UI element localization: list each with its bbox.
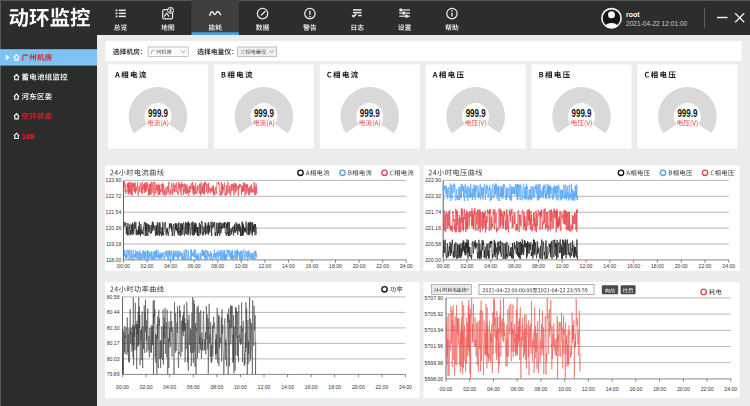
svg-text:04:00: 04:00 (164, 263, 177, 269)
svg-text:5701.96: 5701.96 (425, 343, 444, 349)
svg-text:18:00: 18:00 (328, 384, 341, 390)
svg-text:12:00: 12:00 (582, 386, 595, 392)
svg-text:5699.98: 5699.98 (425, 360, 444, 366)
svg-text:999.9: 999.9 (572, 108, 592, 119)
svg-text:14:00: 14:00 (281, 384, 294, 390)
svg-text:24:00: 24:00 (400, 263, 413, 269)
svg-text:04:00: 04:00 (163, 384, 176, 390)
svg-text:06:00: 06:00 (508, 263, 521, 269)
svg-text:12:00: 12:00 (580, 263, 593, 269)
svg-text:14:00: 14:00 (606, 386, 619, 392)
svg-text:08:00: 08:00 (534, 386, 547, 392)
svg-text:02:00: 02:00 (461, 263, 474, 269)
svg-text:10:00: 10:00 (235, 263, 248, 269)
svg-text:119.18: 119.18 (106, 241, 121, 247)
svg-text:5698.00: 5698.00 (425, 376, 444, 382)
svg-text:06:00: 06:00 (188, 263, 201, 269)
svg-text:08:00: 08:00 (211, 263, 224, 269)
svg-text:80.30: 80.30 (107, 325, 120, 331)
svg-text:16:00: 16:00 (305, 384, 318, 390)
svg-text:08:00: 08:00 (210, 384, 223, 390)
svg-text:999.9: 999.9 (466, 108, 486, 119)
svg-text:12:00: 12:00 (258, 263, 271, 269)
svg-text:10:00: 10:00 (234, 384, 247, 390)
svg-text:root: root (626, 11, 640, 18)
svg-text:04:00: 04:00 (484, 263, 497, 269)
svg-text:08:00: 08:00 (532, 263, 545, 269)
svg-text:12:00: 12:00 (258, 384, 271, 390)
svg-text:04:00: 04:00 (487, 386, 500, 392)
svg-text:999.9: 999.9 (360, 108, 380, 119)
svg-text:80.44: 80.44 (107, 309, 120, 315)
svg-text:121.54: 121.54 (106, 209, 122, 215)
svg-text:5707.90: 5707.90 (425, 295, 444, 301)
svg-text:16:00: 16:00 (629, 386, 642, 392)
svg-text:22:00: 22:00 (701, 386, 714, 392)
svg-text:02:00: 02:00 (140, 384, 153, 390)
svg-text:14:00: 14:00 (282, 263, 295, 269)
svg-text:999.9: 999.9 (677, 108, 697, 119)
svg-text:10:00: 10:00 (556, 263, 569, 269)
svg-text:120.36: 120.36 (106, 225, 122, 231)
svg-text:18:00: 18:00 (651, 263, 664, 269)
svg-text:80.58: 80.58 (107, 294, 120, 300)
svg-text:00:00: 00:00 (440, 386, 453, 392)
svg-text:02:00: 02:00 (141, 263, 154, 269)
svg-text:02:00: 02:00 (463, 386, 476, 392)
svg-text:999.9: 999.9 (254, 108, 274, 119)
svg-text:22:00: 22:00 (376, 263, 389, 269)
svg-text:222.32: 222.32 (425, 193, 441, 199)
svg-text:20:00: 20:00 (352, 384, 365, 390)
svg-text:00:00: 00:00 (437, 263, 450, 269)
svg-text:188: 188 (22, 132, 35, 141)
svg-text:06:00: 06:00 (511, 386, 524, 392)
svg-text:20:00: 20:00 (675, 263, 688, 269)
svg-text:5705.92: 5705.92 (425, 311, 444, 317)
svg-text:14:00: 14:00 (603, 263, 616, 269)
svg-text:220.58: 220.58 (425, 241, 441, 247)
svg-text:24:00: 24:00 (722, 263, 735, 269)
svg-text:221.74: 221.74 (425, 209, 441, 215)
svg-text:122.72: 122.72 (106, 193, 122, 199)
svg-text:22:00: 22:00 (375, 384, 388, 390)
svg-text:16:00: 16:00 (627, 263, 640, 269)
svg-text:79.89: 79.89 (107, 371, 120, 377)
svg-text:999.9: 999.9 (148, 108, 168, 119)
svg-text:222.90: 222.90 (425, 177, 441, 183)
svg-text:18:00: 18:00 (653, 386, 666, 392)
svg-text:22:00: 22:00 (699, 263, 712, 269)
svg-text:2021-04-22 12:01:00: 2021-04-22 12:01:00 (626, 20, 688, 27)
svg-text:80.17: 80.17 (107, 340, 120, 346)
svg-text:00:00: 00:00 (116, 384, 129, 390)
svg-text:221.16: 221.16 (425, 225, 441, 231)
svg-text:24:00: 24:00 (399, 384, 412, 390)
svg-text:123.90: 123.90 (106, 177, 122, 183)
svg-text:16:00: 16:00 (306, 263, 319, 269)
svg-text:80.03: 80.03 (107, 356, 120, 362)
svg-text:18:00: 18:00 (329, 263, 342, 269)
svg-text:00:00: 00:00 (117, 263, 130, 269)
svg-text:20:00: 20:00 (353, 263, 366, 269)
svg-text:5703.94: 5703.94 (425, 327, 444, 333)
svg-text:20:00: 20:00 (677, 386, 690, 392)
svg-text:10:00: 10:00 (558, 386, 571, 392)
svg-text:06:00: 06:00 (187, 384, 200, 390)
svg-text:24:00: 24:00 (724, 386, 737, 392)
